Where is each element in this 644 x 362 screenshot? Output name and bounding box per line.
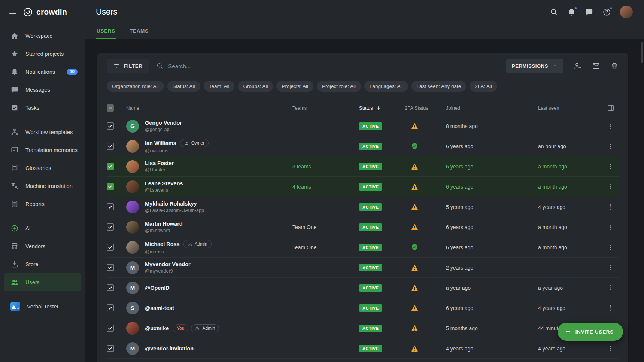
2fa-cell bbox=[405, 243, 446, 251]
filter-chip[interactable]: Status: All bbox=[167, 81, 200, 92]
sidebar-item[interactable]: Machine translation bbox=[4, 177, 81, 195]
filter-chip[interactable]: Languages: All bbox=[364, 81, 408, 92]
row-checkbox[interactable] bbox=[107, 244, 114, 251]
row-menu-button[interactable] bbox=[607, 122, 614, 130]
row-menu-button[interactable] bbox=[607, 203, 614, 211]
filter-chip[interactable]: Project role: All bbox=[317, 81, 361, 92]
table-row[interactable]: M @vendor.invitation bbox=[107, 338, 619, 359]
filter-chip[interactable]: Organization role: All bbox=[107, 81, 164, 92]
row-checkbox[interactable] bbox=[107, 345, 114, 352]
sidebar-item[interactable]: Notifications 10 bbox=[4, 63, 81, 81]
sidebar-item[interactable]: Starred projects bbox=[4, 45, 81, 63]
sidebar-item[interactable]: AI bbox=[4, 219, 81, 237]
sidebar-item[interactable]: Users bbox=[4, 273, 81, 291]
delete-button[interactable] bbox=[610, 62, 619, 70]
column-settings-button[interactable] bbox=[607, 104, 615, 112]
row-checkbox[interactable] bbox=[107, 122, 114, 130]
sidebar-item[interactable]: Vendors bbox=[4, 237, 81, 255]
help-button[interactable] bbox=[602, 8, 611, 16]
column-header-2fa[interactable]: 2FA Status bbox=[405, 105, 446, 111]
sidebar-item[interactable]: Store bbox=[4, 255, 81, 273]
row-checkbox[interactable] bbox=[107, 183, 114, 190]
row-menu-button[interactable] bbox=[607, 284, 614, 292]
row-menu-button[interactable] bbox=[607, 264, 614, 271]
column-header-status[interactable]: Status bbox=[359, 105, 405, 111]
add-to-team-button[interactable] bbox=[574, 62, 582, 70]
tab[interactable]: TEAMS bbox=[129, 24, 149, 39]
filter-button[interactable]: FILTER bbox=[107, 59, 149, 73]
row-checkbox[interactable] bbox=[107, 264, 114, 271]
row-checkbox[interactable] bbox=[107, 163, 114, 170]
scrollbar-thumb[interactable] bbox=[641, 42, 643, 63]
sidebar-item-label: Tasks bbox=[25, 105, 39, 111]
search-button[interactable] bbox=[550, 8, 558, 16]
column-header-joined[interactable]: Joined bbox=[446, 105, 538, 111]
permissions-dropdown[interactable]: PERMISSIONS bbox=[506, 59, 564, 73]
user-cell: Mykhailo Rohalskyy @Lalala-Custom-OAuth-… bbox=[124, 201, 292, 213]
menu-button[interactable] bbox=[8, 7, 17, 16]
table-row[interactable]: G Gengo Vendor @gengo-api bbox=[107, 116, 619, 136]
invite-users-button[interactable]: INVITE USERS bbox=[558, 323, 623, 341]
last-seen-cell: 4 years ago bbox=[538, 305, 603, 311]
row-checkbox[interactable] bbox=[107, 304, 114, 311]
sidebar-item[interactable]: Verbal Tester bbox=[4, 298, 81, 316]
row-menu-button[interactable] bbox=[607, 143, 614, 150]
sidebar-item[interactable]: Tasks bbox=[4, 99, 81, 117]
filter-chip[interactable]: Last seen: Any date bbox=[411, 81, 467, 92]
sidebar-item[interactable]: Workflow templates bbox=[4, 123, 81, 141]
send-message-button[interactable] bbox=[592, 62, 600, 70]
row-menu-button[interactable] bbox=[607, 183, 614, 191]
users-table: Name Teams Status 2FA Status Joined Last… bbox=[107, 100, 619, 359]
tasks-icon bbox=[10, 104, 19, 112]
user-avatar[interactable] bbox=[620, 6, 633, 18]
table-row[interactable]: Ian Williams Owner bbox=[107, 136, 619, 156]
row-menu-button[interactable] bbox=[607, 304, 614, 312]
row-menu-button[interactable] bbox=[607, 345, 614, 352]
table-row[interactable]: Martin Howard @m.howard Team One bbox=[107, 217, 619, 237]
sidebar-item[interactable]: Reports bbox=[4, 195, 81, 213]
table-row[interactable]: S @saml-test bbox=[107, 298, 619, 318]
tab[interactable]: USERS bbox=[96, 24, 116, 39]
column-header-last-seen[interactable]: Last seen bbox=[538, 105, 603, 111]
2fa-cell bbox=[405, 183, 446, 191]
column-header-name[interactable]: Name bbox=[124, 105, 292, 111]
row-checkbox[interactable] bbox=[107, 203, 114, 210]
joined-cell: 5 years ago bbox=[446, 204, 538, 210]
table-row[interactable]: @uxmike You bbox=[107, 318, 619, 338]
row-menu-button[interactable] bbox=[607, 223, 614, 231]
sidebar-item[interactable]: Translation memories bbox=[4, 141, 81, 159]
select-all-checkbox[interactable] bbox=[107, 104, 114, 112]
row-checkbox[interactable] bbox=[107, 325, 114, 332]
messages-button[interactable] bbox=[585, 8, 593, 16]
row-checkbox[interactable] bbox=[107, 284, 114, 291]
chat-icon bbox=[585, 8, 593, 16]
row-checkbox[interactable] bbox=[107, 143, 114, 150]
filter-chip[interactable]: Projects: All bbox=[276, 81, 313, 92]
warning-icon bbox=[411, 344, 419, 352]
filter-chip[interactable]: 2FA: All bbox=[470, 81, 497, 92]
table-row[interactable]: Michael Ross Admin bbox=[107, 237, 619, 258]
table-row[interactable]: Leane Stevens @l.stevens 4 teams bbox=[107, 177, 619, 197]
bell-icon bbox=[10, 68, 19, 76]
crowdin-logo[interactable]: crowdin bbox=[23, 7, 67, 17]
user-name: @OpenID bbox=[145, 285, 170, 291]
row-menu-button[interactable] bbox=[607, 163, 614, 170]
avatar: M bbox=[126, 261, 139, 274]
table-row[interactable]: Lisa Foster @l.forster 3 teams bbox=[107, 156, 619, 177]
status-badge: ACTIVE bbox=[359, 203, 382, 211]
sidebar-item[interactable]: Messages bbox=[4, 81, 81, 99]
table-row[interactable]: Mykhailo Rohalskyy @Lalala-Custom-OAuth-… bbox=[107, 197, 619, 217]
filter-chip[interactable]: Team: All bbox=[204, 81, 235, 92]
filter-chip[interactable]: Groups: All bbox=[238, 81, 273, 92]
sidebar-item[interactable]: Workspace bbox=[4, 27, 81, 45]
row-checkbox[interactable] bbox=[107, 223, 114, 231]
table-row[interactable]: M Myvendor Vendor @myvendo bbox=[107, 258, 619, 278]
plus-icon bbox=[565, 328, 571, 335]
table-row[interactable]: M @OpenID bbox=[107, 278, 619, 298]
column-header-teams[interactable]: Teams bbox=[292, 105, 359, 111]
sidebar-item[interactable]: Glossaries bbox=[4, 159, 81, 177]
notifications-button[interactable] bbox=[567, 8, 576, 16]
menu-icon bbox=[8, 7, 17, 16]
row-menu-button[interactable] bbox=[607, 244, 614, 251]
search-input[interactable] bbox=[168, 63, 499, 69]
